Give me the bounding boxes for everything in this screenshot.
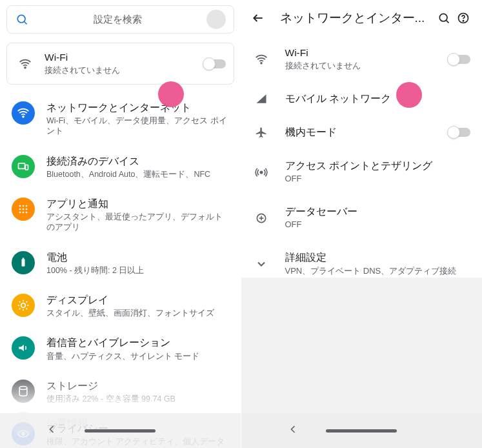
row-title: モバイル ネットワーク bbox=[285, 92, 471, 105]
avatar[interactable] bbox=[206, 10, 226, 29]
nav-back-button[interactable] bbox=[286, 423, 299, 439]
wifi-icon bbox=[19, 57, 35, 70]
svg-line-22 bbox=[19, 301, 21, 303]
data-saver-icon bbox=[253, 212, 270, 225]
svg-point-2 bbox=[25, 66, 26, 68]
back-button[interactable] bbox=[250, 12, 266, 25]
settings-list: ネットワークとインターネット Wi-Fi、モバイル、データ使用量、アクセス ポイ… bbox=[0, 92, 241, 448]
nav-home-pill[interactable] bbox=[85, 429, 156, 433]
row-title: 詳細設定 bbox=[285, 251, 471, 264]
expand-icon bbox=[253, 258, 270, 270]
item-subtitle: Wi-Fi、モバイル、データ使用量、アクセス ポイント bbox=[46, 116, 229, 137]
svg-rect-5 bbox=[25, 165, 28, 170]
header: ネットワークとインター... bbox=[241, 0, 483, 36]
svg-line-24 bbox=[19, 309, 21, 310]
sidebar-item-display[interactable]: ディスプレイ スタイル、壁紙、画面消灯、フォントサイズ bbox=[0, 285, 241, 327]
nav-back-button[interactable] bbox=[45, 423, 58, 439]
nav-bar bbox=[0, 413, 241, 448]
wifi-icon bbox=[253, 53, 270, 66]
data-saver-row[interactable]: データセーバー OFF bbox=[241, 195, 483, 241]
item-subtitle: 100% - 残り時間: 2 日以上 bbox=[46, 265, 229, 276]
svg-point-12 bbox=[19, 212, 21, 214]
svg-point-7 bbox=[23, 205, 25, 207]
help-button[interactable] bbox=[454, 12, 473, 25]
item-title: 接続済みのデバイス bbox=[46, 155, 229, 168]
sidebar-item-network[interactable]: ネットワークとインターネット Wi-Fi、モバイル、データ使用量、アクセス ポイ… bbox=[0, 92, 241, 146]
wifi-title: Wi-Fi bbox=[45, 51, 204, 64]
wifi-toggle[interactable] bbox=[204, 59, 226, 68]
empty-area bbox=[241, 278, 483, 413]
airplane-icon bbox=[253, 126, 270, 139]
airplane-toggle[interactable] bbox=[448, 128, 470, 137]
svg-point-8 bbox=[26, 205, 28, 207]
nav-home-pill[interactable] bbox=[326, 429, 397, 433]
touch-indicator bbox=[396, 82, 422, 108]
sidebar-item-storage[interactable]: ストレージ 使用済み 22% - 空き容量 99.74 GB bbox=[0, 371, 241, 413]
row-title: Wi-Fi bbox=[285, 46, 449, 59]
svg-point-11 bbox=[26, 209, 28, 210]
svg-point-32 bbox=[463, 21, 463, 21]
svg-point-34 bbox=[260, 171, 262, 173]
item-title: ネットワークとインターネット bbox=[46, 101, 229, 114]
svg-line-25 bbox=[26, 301, 28, 303]
row-subtitle: OFF bbox=[285, 174, 471, 185]
item-subtitle: スタイル、壁紙、画面消灯、フォントサイズ bbox=[46, 308, 229, 318]
row-title: データセーバー bbox=[285, 205, 471, 218]
network-settings-pane: ネットワークとインター... Wi-Fi 接続されていません モバイル ネットワ… bbox=[241, 0, 483, 448]
signal-icon bbox=[253, 92, 270, 105]
row-title: 機内モード bbox=[285, 126, 449, 139]
svg-rect-15 bbox=[22, 259, 25, 267]
svg-point-9 bbox=[19, 209, 21, 210]
svg-point-3 bbox=[23, 116, 24, 117]
item-subtitle: 使用済み 22% - 空き容量 99.74 GB bbox=[46, 394, 229, 404]
mobile-network-row[interactable]: モバイル ネットワーク bbox=[241, 82, 483, 116]
item-title: ストレージ bbox=[46, 380, 229, 392]
item-title: 電池 bbox=[46, 251, 229, 264]
search-button[interactable] bbox=[434, 12, 454, 25]
row-title: アクセス ポイントとテザリング bbox=[285, 159, 471, 172]
wifi-subtitle: 接続されていません bbox=[45, 65, 204, 76]
item-title: ディスプレイ bbox=[46, 294, 229, 307]
svg-rect-16 bbox=[23, 258, 25, 259]
search-placeholder: 設定を検索 bbox=[29, 14, 206, 26]
row-subtitle: 接続されていません bbox=[285, 61, 449, 72]
sidebar-item-apps[interactable]: アプリと通知 アシスタント、最近使ったアプリ、デフォルトのアプリ bbox=[0, 188, 241, 242]
item-subtitle: 音量、ハプティクス、サイレント モード bbox=[46, 351, 229, 361]
apps-icon bbox=[12, 198, 35, 221]
wifi-row[interactable]: Wi-Fi 接続されていません bbox=[241, 36, 483, 82]
sidebar-item-battery[interactable]: 電池 100% - 残り時間: 2 日以上 bbox=[0, 242, 241, 285]
item-subtitle: アシスタント、最近使ったアプリ、デフォルトのアプリ bbox=[46, 212, 229, 233]
battery-icon bbox=[12, 251, 35, 274]
svg-point-14 bbox=[26, 212, 28, 214]
display-icon bbox=[12, 294, 35, 317]
storage-icon bbox=[12, 380, 35, 403]
airplane-mode-row[interactable]: 機内モード bbox=[241, 116, 483, 149]
svg-line-30 bbox=[447, 21, 449, 23]
page-title: ネットワークとインター... bbox=[266, 10, 435, 26]
hotspot-icon bbox=[253, 166, 270, 179]
item-title: 着信音とバイブレーション bbox=[46, 336, 229, 349]
svg-point-0 bbox=[17, 15, 25, 23]
sidebar-item-connected-devices[interactable]: 接続済みのデバイス Bluetooth、Android Auto、運転モード、N… bbox=[0, 146, 241, 188]
svg-point-33 bbox=[261, 62, 262, 63]
svg-point-6 bbox=[19, 205, 21, 207]
svg-point-17 bbox=[21, 303, 26, 308]
wifi-toggle[interactable] bbox=[448, 55, 470, 64]
sidebar-item-sound[interactable]: 着信音とバイブレーション 音量、ハプティクス、サイレント モード bbox=[0, 327, 241, 370]
hotspot-row[interactable]: アクセス ポイントとテザリング OFF bbox=[241, 149, 483, 195]
wifi-quick-card[interactable]: Wi-Fi 接続されていません bbox=[6, 43, 234, 85]
svg-point-26 bbox=[19, 386, 27, 389]
svg-line-1 bbox=[25, 22, 27, 25]
row-subtitle: VPN、プライベート DNS、アダプティブ接続 bbox=[285, 266, 471, 277]
search-row: 設定を検索 bbox=[0, 0, 241, 39]
sound-icon bbox=[12, 336, 35, 360]
svg-point-13 bbox=[23, 212, 25, 214]
wifi-icon bbox=[12, 101, 35, 125]
nav-bar bbox=[241, 413, 483, 448]
settings-main-pane: 設定を検索 Wi-Fi 接続されていません ネットワークとインターネット Wi-… bbox=[0, 0, 241, 448]
wifi-texts: Wi-Fi 接続されていません bbox=[35, 51, 204, 76]
search-input[interactable]: 設定を検索 bbox=[6, 5, 234, 34]
devices-icon bbox=[12, 155, 35, 178]
svg-point-10 bbox=[23, 209, 25, 210]
search-icon bbox=[15, 13, 29, 26]
